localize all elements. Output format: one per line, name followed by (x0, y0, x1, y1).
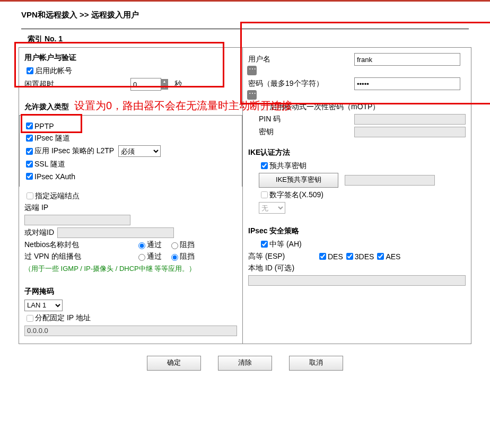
lan-select[interactable]: LAN 1 (24, 300, 63, 311)
left-column: 用户帐户与验证 启用此帐号 闲置超时 ▴▾ 秒 允许拨入类型 PPTP IPse… (19, 47, 243, 344)
subnet-title: 子网掩码 (24, 287, 237, 296)
psk-value[interactable] (345, 175, 435, 186)
index-label: 索引 No. 1 (28, 34, 485, 44)
multicast-note: （用于一些 IGMP / IP-摄像头 / DHCP中继 等等应用。） (24, 263, 237, 274)
motp-label: 启用移动式一次性密码（mOTP） (269, 102, 380, 112)
aes-checkbox[interactable] (377, 253, 384, 260)
idle-timeout-label: 闲置超时 (24, 80, 130, 89)
3des-checkbox[interactable] (346, 253, 353, 260)
netbios-pass-radio[interactable] (138, 242, 145, 249)
ipsec-tunnel-checkbox[interactable] (26, 135, 33, 142)
des-checkbox[interactable] (319, 253, 326, 260)
netbios-label: Netbios名称封包 (24, 240, 136, 250)
digisig-checkbox[interactable] (261, 191, 268, 198)
medium-label: 中等 (AH) (269, 240, 302, 249)
pin-label: PIN 码 (259, 115, 354, 124)
netbios-block-label: 阻挡 (180, 240, 195, 250)
l2tp-label: 应用 IPsec 策略的 L2TP (34, 146, 114, 156)
pin-input[interactable] (354, 114, 466, 125)
clear-button[interactable]: 清除 (218, 356, 272, 371)
right-column: 用户名 密码（最多19个字符） 启用移动式一次性密码（mOTP） PIN 码 密… (242, 47, 471, 344)
local-id-label: 本地 ID (可选) (248, 263, 294, 273)
netbios-block-radio[interactable] (171, 242, 178, 249)
ssl-tunnel-label: SSL 隧道 (34, 160, 65, 169)
password-label: 密码（最多19个字符） (248, 79, 354, 89)
breadcrumb: VPN和远程拨入 >> 远程拨入用户 (21, 10, 485, 20)
assign-ip-label: 分配固定 IP 地址 (35, 313, 91, 323)
multicast-label: 过 VPN 的组播包 (24, 252, 136, 261)
section-account-title: 用户帐户与验证 (24, 53, 237, 63)
secret-label: 密钥 (259, 127, 354, 137)
ok-button[interactable]: 确定 (147, 356, 201, 371)
l2tp-policy-select[interactable]: 必须 (118, 145, 161, 157)
aes-label: AES (386, 252, 400, 261)
username-input[interactable] (354, 53, 460, 66)
cancel-button[interactable]: 取消 (289, 356, 343, 371)
specify-remote-label: 指定远端结点 (35, 191, 80, 201)
motp-checkbox[interactable] (261, 103, 268, 110)
high-label: 高等 (ESP) (248, 252, 317, 261)
l2tp-checkbox[interactable] (26, 148, 33, 155)
enable-account-checkbox[interactable] (27, 67, 33, 74)
section-allow-title: 允许拨入类型 (24, 102, 237, 112)
ssl-tunnel-checkbox[interactable] (26, 161, 33, 168)
ipsec-xauth-checkbox[interactable] (26, 173, 33, 180)
digisig-select: 无 (259, 202, 285, 214)
pptp-label: PPTP (34, 122, 54, 130)
psk-label: 预共享密钥 (269, 161, 307, 171)
multicast-pass-radio[interactable] (138, 254, 145, 261)
username-label: 用户名 (248, 55, 354, 64)
multicast-pass-label: 通过 (147, 252, 162, 261)
digisig-label: 数字签名(X.509) (269, 190, 323, 200)
netbios-pass-label: 通过 (147, 240, 162, 250)
ipsec-xauth-label: IPsec XAuth (34, 172, 75, 181)
psk-checkbox[interactable] (261, 162, 268, 169)
specify-remote-checkbox[interactable] (27, 192, 33, 199)
multicast-block-radio[interactable] (171, 254, 178, 261)
divider (21, 29, 469, 29)
medium-checkbox[interactable] (261, 241, 268, 248)
idle-unit: 秒 (174, 80, 182, 89)
remote-ip-label: 远端 IP (24, 203, 48, 213)
ipsec-policy-title: IPsec 安全策略 (248, 226, 466, 236)
psk-button[interactable]: IKE预共享密钥 (259, 173, 338, 188)
local-id-input[interactable] (248, 275, 466, 286)
credential-icon[interactable] (247, 90, 257, 100)
ike-title: IKE认证方法 (248, 148, 466, 157)
peer-id-label: 或对端ID (24, 228, 54, 238)
credential-icon[interactable] (247, 66, 257, 75)
peer-id-input[interactable] (57, 227, 174, 238)
remote-ip-input[interactable] (24, 215, 130, 225)
spinner-buttons[interactable]: ▴▾ (161, 79, 168, 90)
ipsec-tunnel-label: IPsec 隧道 (34, 134, 70, 143)
password-input[interactable] (354, 77, 460, 90)
multicast-block-label: 阻挡 (180, 252, 195, 261)
des-label: DES (328, 252, 343, 261)
idle-timeout-input[interactable] (130, 78, 161, 91)
secret-input[interactable] (354, 127, 466, 137)
pptp-checkbox[interactable] (26, 122, 33, 129)
assign-ip-checkbox[interactable] (27, 315, 33, 322)
3des-label: 3DES (355, 252, 374, 261)
button-row: 确定 清除 取消 (5, 356, 485, 371)
fixed-ip-input[interactable]: 0.0.0.0 (24, 326, 237, 336)
enable-account-label: 启用此帐号 (35, 66, 72, 76)
